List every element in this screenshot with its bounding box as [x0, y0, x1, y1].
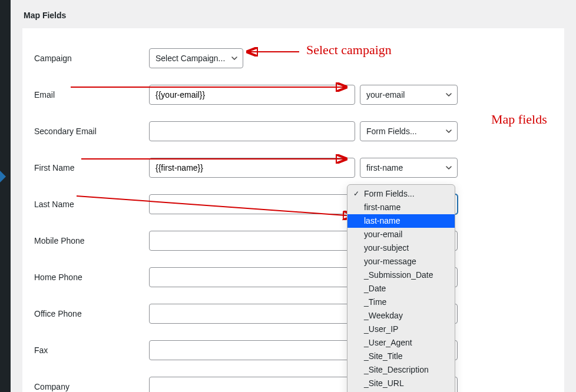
- wp-admin-sidebar: [0, 0, 11, 392]
- dropdown-item[interactable]: your-message: [347, 255, 455, 268]
- dropdown-item[interactable]: _Site_URL: [347, 377, 455, 390]
- row-secondary-email: Secondary Email Form Fields...: [34, 113, 552, 150]
- row-office-phone: Office Phone: [34, 295, 552, 332]
- label-last-name: Last Name: [34, 200, 149, 209]
- label-fax: Fax: [34, 346, 149, 355]
- office-phone-input[interactable]: [149, 304, 355, 324]
- secondary-email-field-select[interactable]: Form Fields...: [360, 121, 458, 141]
- row-home-phone: Home Phone: [34, 259, 552, 295]
- dropdown-item[interactable]: _Date: [347, 282, 455, 295]
- row-mobile-phone: Mobile Phone: [34, 222, 552, 259]
- label-campaign: Campaign: [34, 54, 149, 63]
- email-field-select[interactable]: your-email: [360, 85, 458, 105]
- dropdown-item[interactable]: _Site_Title: [347, 350, 455, 363]
- row-company: Company: [34, 368, 552, 392]
- home-phone-input[interactable]: [149, 267, 355, 287]
- row-fax: Fax: [34, 332, 552, 368]
- row-last-name: Last Name Form Fields...: [34, 186, 552, 222]
- secondary-email-input[interactable]: [149, 121, 355, 141]
- page-container: Map Fields Campaign Select Campaign... E…: [11, 0, 576, 392]
- email-field-select-text: your-email: [366, 90, 405, 99]
- label-secondary-email: Secondary Email: [34, 127, 149, 136]
- label-email: Email: [34, 90, 149, 99]
- field-dropdown-list[interactable]: Form Fields...first-namelast-nameyour-em…: [347, 184, 455, 392]
- dropdown-item[interactable]: Form Fields...: [347, 187, 455, 201]
- label-company: Company: [34, 382, 149, 391]
- sidebar-flyout-indicator: [0, 171, 6, 182]
- chevron-down-icon: [231, 55, 238, 62]
- campaign-select[interactable]: Select Campaign...: [149, 48, 243, 68]
- last-name-input[interactable]: [149, 194, 355, 214]
- dropdown-item[interactable]: _Time: [347, 295, 455, 309]
- chevron-down-icon: [445, 91, 452, 98]
- dropdown-item[interactable]: your-subject: [347, 241, 455, 255]
- campaign-select-text: Select Campaign...: [155, 54, 225, 63]
- mobile-phone-input[interactable]: [149, 231, 355, 251]
- row-first-name: First Name first-name: [34, 150, 552, 186]
- dropdown-item[interactable]: _Site_Description: [347, 363, 455, 377]
- first-name-field-select[interactable]: first-name: [360, 158, 458, 178]
- map-fields-panel: Campaign Select Campaign... Email your-e…: [22, 28, 564, 392]
- dropdown-item[interactable]: _Submission_Date: [347, 268, 455, 282]
- dropdown-item[interactable]: _User_IP: [347, 323, 455, 336]
- first-name-input[interactable]: [149, 158, 355, 178]
- label-home-phone: Home Phone: [34, 273, 149, 282]
- label-mobile-phone: Mobile Phone: [34, 236, 149, 245]
- fax-input[interactable]: [149, 340, 355, 360]
- dropdown-item[interactable]: your-email: [347, 228, 455, 241]
- dropdown-item[interactable]: first-name: [347, 201, 455, 214]
- secondary-email-field-select-text: Form Fields...: [366, 127, 417, 136]
- row-campaign: Campaign Select Campaign...: [34, 40, 552, 77]
- dropdown-item[interactable]: _Weekday: [347, 309, 455, 323]
- section-title: Map Fields: [22, 0, 564, 28]
- dropdown-item[interactable]: last-name: [347, 214, 455, 228]
- label-first-name: First Name: [34, 163, 149, 172]
- label-office-phone: Office Phone: [34, 309, 149, 318]
- email-input[interactable]: [149, 85, 355, 105]
- dropdown-item[interactable]: _User_Agent: [347, 336, 455, 350]
- chevron-down-icon: [445, 164, 452, 171]
- row-email: Email your-email: [34, 77, 552, 113]
- first-name-field-select-text: first-name: [366, 163, 403, 172]
- company-input[interactable]: [149, 377, 355, 392]
- chevron-down-icon: [445, 128, 452, 135]
